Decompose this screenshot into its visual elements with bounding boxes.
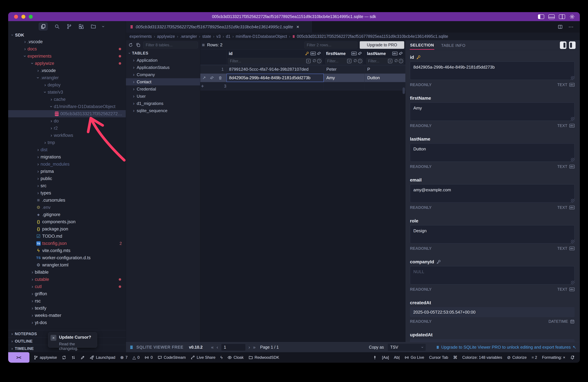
statusbar-item[interactable]: CodeStream	[158, 355, 186, 360]
statusbar-item[interactable]: Ab|	[394, 355, 400, 360]
filter-rows-input[interactable]	[304, 42, 357, 48]
tree-item[interactable]: › billable	[8, 269, 126, 276]
tab-table-info[interactable]: TABLE INFO	[441, 41, 466, 49]
tree-item[interactable]: › workflows	[8, 132, 126, 139]
notification-body[interactable]: Read the changelog.	[59, 342, 95, 351]
breadcrumb-item[interactable]: experiments ›	[129, 34, 157, 39]
cell-lastname[interactable]: Dutton	[365, 74, 405, 82]
statusbar-item[interactable]: Launchpad	[90, 355, 115, 360]
breadcrumb-item[interactable]: d1 ›	[226, 34, 236, 39]
filter-mode-icon[interactable]	[388, 59, 392, 63]
delete-row-icon[interactable]	[218, 76, 222, 80]
upgrade-pro-link[interactable]: Upgrade to SQLite Viewer PRO to unlock e…	[436, 345, 576, 350]
close-button[interactable]	[14, 15, 18, 19]
tree-item[interactable]: › types	[8, 189, 126, 197]
tree-item[interactable]: vite.config.mts	[8, 247, 126, 254]
filter-not-icon[interactable]	[317, 59, 321, 63]
filter-null-icon[interactable]	[394, 58, 398, 63]
first-page-icon[interactable]: «	[211, 345, 214, 350]
tables-section-header[interactable]: › TABLES	[126, 50, 200, 57]
tree-item[interactable]: › prisma	[8, 168, 126, 175]
statusbar-item[interactable]: RedwoodSDK	[249, 355, 279, 360]
field-value[interactable]: Amy	[410, 102, 575, 121]
minimize-button[interactable]	[21, 15, 25, 19]
filter-mode-icon[interactable]	[306, 59, 311, 63]
tree-item[interactable]: › textify	[8, 305, 126, 312]
prev-page-icon[interactable]: ‹	[216, 345, 218, 350]
statusbar-item[interactable]	[570, 355, 575, 360]
statusbar-item[interactable]: ϟ	[220, 355, 223, 360]
folder-icon[interactable]	[91, 24, 96, 29]
statusbar-item[interactable]	[81, 355, 85, 360]
cell-lastname[interactable]: P	[365, 65, 405, 73]
zoom-button[interactable]	[29, 15, 33, 19]
filter-null-icon[interactable]	[313, 58, 316, 63]
column-filter-input[interactable]	[325, 58, 363, 64]
tree-item[interactable]: worker-configuration.d.ts	[8, 254, 126, 261]
toggle-panel-icon[interactable]	[548, 14, 555, 19]
statusbar-item[interactable]: ⊘ Colorize	[507, 355, 527, 360]
duplicate-icon[interactable]	[136, 43, 141, 47]
tree-item[interactable]: › cutable	[8, 276, 126, 283]
statusbar-item[interactable]	[71, 355, 76, 360]
pin-row-icon[interactable]	[210, 76, 214, 80]
pin-column-icon[interactable]	[317, 51, 321, 56]
tree-item[interactable]: › state/v3	[8, 89, 126, 96]
breadcrumb-item[interactable]: miniflare-D1DatabaseObject ›	[236, 34, 292, 39]
table-item[interactable]: › Company	[126, 71, 200, 78]
tree-item[interactable]: › src	[8, 182, 126, 189]
filter-tables-input[interactable]	[143, 42, 198, 48]
tree-item[interactable]: › node_modules	[8, 160, 126, 168]
column-header-id[interactable]: id abc	[227, 50, 324, 57]
table-item[interactable]: › ApplicationStatus	[126, 64, 200, 71]
tree-item[interactable]: › do	[8, 117, 126, 125]
tree-item[interactable]: › dist	[8, 146, 126, 153]
toggle-sidebar-left-icon[interactable]	[538, 14, 544, 19]
table-item[interactable]: › sqlite_sequence	[126, 107, 200, 114]
tab-selection[interactable]: SELECTION	[410, 41, 434, 50]
statusbar-item[interactable]: Cloak	[228, 355, 243, 360]
tree-item[interactable]: package.json	[8, 225, 126, 233]
open-row-icon[interactable]: ↗	[202, 75, 206, 80]
statusbar-item[interactable]: 0	[145, 355, 153, 360]
filter-not-icon[interactable]	[358, 59, 362, 63]
statusbar-item[interactable]: = 2	[532, 355, 537, 360]
tree-item[interactable]: › yt-dos	[8, 319, 126, 326]
refresh-icon[interactable]	[128, 43, 133, 47]
chevron-down-icon[interactable]: ›	[101, 26, 106, 27]
statusbar-item[interactable]: Live Share	[191, 355, 215, 360]
next-page-icon[interactable]: ›	[249, 345, 250, 350]
pin-column-icon[interactable]	[358, 51, 362, 56]
tree-item[interactable]: › rsc	[8, 297, 126, 305]
panel-layout-icon[interactable]	[569, 41, 576, 49]
grid-menu-icon[interactable]: ≡	[202, 42, 205, 48]
page-number-input[interactable]	[221, 344, 246, 351]
last-page-icon[interactable]: »	[253, 345, 255, 350]
table-item[interactable]: › Contact	[126, 78, 200, 86]
cell-firstname[interactable]: Peter	[324, 65, 365, 73]
statusbar-item[interactable]: ⊗ 7	[120, 355, 127, 360]
settings-gear-icon[interactable]	[569, 14, 575, 20]
statusbar-item[interactable]	[373, 355, 377, 360]
add-row-icon[interactable]: +	[200, 83, 204, 89]
table-item[interactable]: › Credential	[126, 86, 200, 93]
workspace-root[interactable]: › SDK	[8, 32, 126, 38]
tree-item[interactable]: components.json	[8, 218, 126, 225]
field-value[interactable]	[410, 266, 575, 284]
tree-item[interactable]: .cursorrules	[8, 197, 126, 204]
tree-item[interactable]: › migrations	[8, 153, 126, 160]
close-tab-icon[interactable]: ×	[296, 24, 299, 30]
tree-item[interactable]: TODO.md	[8, 233, 126, 240]
statusbar-item[interactable]: applywise	[34, 355, 57, 360]
tree-item[interactable]: › .vscode	[8, 38, 126, 45]
add-row[interactable]: +3	[200, 82, 405, 90]
tree-item[interactable]: › .vscode	[8, 67, 126, 74]
tree-item[interactable]: › r2	[8, 125, 126, 132]
breadcrumb-item[interactable]: applywize ›	[157, 34, 180, 39]
table-item[interactable]: › User	[126, 93, 200, 100]
filter-mode-icon[interactable]	[347, 59, 351, 63]
breadcrumb-file[interactable]: 005cb3d3133217f352562272facf516778925ea1…	[297, 34, 448, 39]
column-filter-input[interactable]	[366, 58, 404, 64]
tree-item[interactable]: › public	[8, 175, 126, 182]
statusbar-item[interactable]: ⌘	[453, 355, 457, 360]
